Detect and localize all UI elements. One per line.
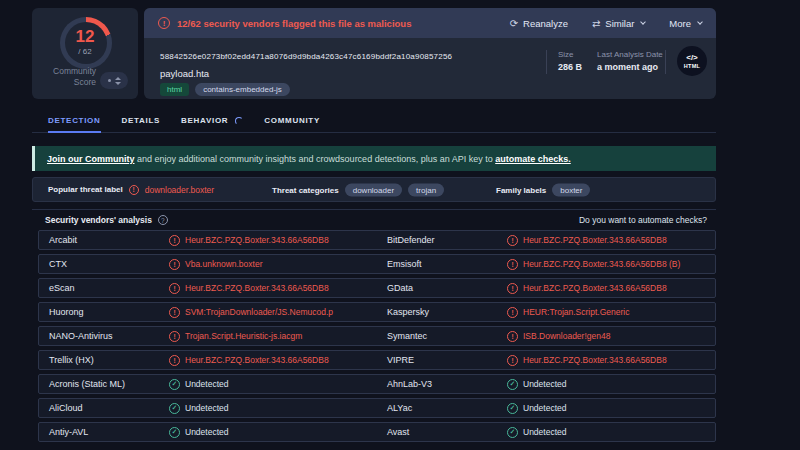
automate-checks-link[interactable]: automate checks. [495, 154, 571, 164]
result-text: Undetected [523, 403, 566, 413]
result-text: Heur.BZC.PZQ.Boxter.343.66A56DB8 [185, 283, 329, 293]
table-row: AliCloud✓UndetectedALYac✓Undetected [38, 398, 716, 418]
last-analysis-label: Last Analysis Date [597, 50, 663, 59]
tag-contains-embedded-js[interactable]: contains-embedded-js [195, 83, 290, 96]
threat-label-card: Popular threat label ! downloader.boxter… [32, 177, 716, 202]
alert-text: 12/62 security vendors flagged this file… [177, 18, 411, 29]
community-promo-banner: Join our Community and enjoy additional … [32, 146, 716, 171]
banner-text: and enjoy additional community insights … [135, 154, 496, 164]
family-pill[interactable]: boxter [552, 183, 590, 196]
result-text: Undetected [523, 379, 566, 389]
result-text: HEUR:Trojan.Script.Generic [523, 307, 629, 317]
vendor-name: Emsisoft [377, 259, 507, 269]
vendor-name: ALYac [377, 403, 507, 413]
vendor-name: GData [377, 283, 507, 293]
tab-community[interactable]: COMMUNITY [264, 112, 320, 133]
file-tags: html contains-embedded-js [160, 83, 290, 96]
result-text: Undetected [523, 427, 566, 437]
vendor-cell: Antiy-AVL✓Undetected [39, 423, 377, 441]
detection-alert-banner: ! 12/62 security vendors flagged this fi… [144, 8, 716, 38]
vendor-name: Kaspersky [377, 307, 507, 317]
join-community-link[interactable]: Join our Community [47, 154, 135, 164]
vendor-cell: eScan!Heur.BZC.PZQ.Boxter.343.66A56DB8 [39, 279, 377, 297]
vendor-name: BitDefender [377, 235, 507, 245]
vote-dot-icon [108, 79, 111, 82]
family-labels-label: Family labels [496, 185, 546, 194]
malicious-alert-icon: ! [169, 235, 180, 246]
vendor-cell: Arcabit!Heur.BZC.PZQ.Boxter.343.66A56DB8 [39, 231, 377, 249]
reanalyze-icon: ⟳ [510, 18, 518, 29]
malicious-alert-icon: ! [169, 307, 180, 318]
table-row: Acronis (Static ML)✓UndetectedAhnLab-V3✓… [38, 374, 716, 394]
detection-result: !SVM:TrojanDownloader/JS.Nemucod.p [169, 307, 333, 318]
virustotal-file-report: 12 / 62 Community Score ! 12/62 security… [0, 0, 800, 450]
automate-checks-prompt[interactable]: Do you want to automate checks? [579, 215, 707, 225]
detection-result: ✓Undetected [169, 403, 228, 414]
similar-button[interactable]: ⇄ Similar [592, 18, 645, 29]
filetype-badge: </> HTML [677, 46, 707, 76]
tab-behavior[interactable]: BEHAVIOR [181, 112, 243, 133]
result-text: Heur.BZC.PZQ.Boxter.343.66A56DB8 [523, 235, 667, 245]
community-score-label: Community Score [40, 66, 96, 88]
community-vote-widget[interactable] [100, 72, 128, 89]
detection-result: !Heur.BZC.PZQ.Boxter.343.66A56DB8 [507, 355, 667, 366]
popular-threat-value[interactable]: downloader.boxter [145, 185, 214, 195]
result-text: Heur.BZC.PZQ.Boxter.343.66A56DB8 [185, 355, 329, 365]
vendor-cell: NANO-Antivirus!Trojan.Script.Heuristic-j… [39, 327, 377, 345]
category-pill[interactable]: trojan [408, 183, 444, 196]
category-pill[interactable]: downloader [345, 183, 402, 196]
detection-result: !HEUR:Trojan.Script.Generic [507, 307, 629, 318]
detection-result: !Heur.BZC.PZQ.Boxter.343.66A56DB8 (B) [507, 259, 680, 270]
vendor-name: eScan [39, 283, 169, 293]
detection-result: !Heur.BZC.PZQ.Boxter.343.66A56DB8 [169, 355, 329, 366]
result-text: Heur.BZC.PZQ.Boxter.343.66A56DB8 (B) [523, 259, 680, 269]
last-analysis-value: a moment ago [597, 62, 663, 72]
undetected-check-icon: ✓ [507, 403, 518, 414]
result-text: Trojan.Script.Heuristic-js.iacgm [185, 331, 302, 341]
divider [665, 50, 666, 74]
vendor-cell: Acronis (Static ML)✓Undetected [39, 375, 377, 393]
vendor-name: AhnLab-V3 [377, 379, 507, 389]
popular-threat-label: Popular threat label [48, 185, 123, 194]
result-text: Undetected [185, 403, 228, 413]
malicious-alert-icon: ! [507, 283, 518, 294]
malicious-alert-icon: ! [169, 283, 180, 294]
tab-detection[interactable]: DETECTION [48, 112, 101, 133]
detection-result: !Vba.unknown.boxter [169, 259, 263, 270]
warning-circle-icon: ! [158, 17, 170, 29]
undetected-check-icon: ✓ [169, 427, 180, 438]
divider [546, 50, 547, 74]
tag-html[interactable]: html [160, 83, 189, 96]
popular-threat-label-group: Popular threat label ! downloader.boxter [48, 185, 214, 195]
malicious-alert-icon: ! [507, 331, 518, 342]
code-icon: </> [686, 54, 698, 62]
chevron-down-icon [697, 19, 703, 25]
malicious-alert-icon: ! [507, 355, 518, 366]
undetected-check-icon: ✓ [507, 379, 518, 390]
size-value: 286 B [558, 62, 582, 72]
reanalyze-button[interactable]: ⟳ Reanalyze [510, 18, 568, 29]
detection-result: !ISB.Downloader!gen48 [507, 331, 610, 342]
table-row: NANO-Antivirus!Trojan.Script.Heuristic-j… [38, 326, 716, 346]
file-hash[interactable]: 58842526e0273bf02edd471a8076d9d9bda4263c… [160, 52, 452, 61]
file-summary-card: ! 12/62 security vendors flagged this fi… [144, 8, 716, 99]
result-text: Undetected [185, 427, 228, 437]
vote-arrows-icon[interactable] [115, 77, 121, 85]
vendor-name: Avast [377, 427, 507, 437]
detection-result: !Trojan.Script.Heuristic-js.iacgm [169, 331, 302, 342]
undetected-check-icon: ✓ [507, 427, 518, 438]
size-label: Size [558, 50, 582, 59]
table-row: CTX!Vba.unknown.boxterEmsisoft!Heur.BZC.… [38, 254, 716, 274]
detection-result: !Heur.BZC.PZQ.Boxter.343.66A56DB8 [169, 283, 329, 294]
result-text: Undetected [185, 379, 228, 389]
result-text: Heur.BZC.PZQ.Boxter.343.66A56DB8 [523, 283, 667, 293]
similar-icon: ⇄ [592, 18, 600, 29]
report-tabs: DETECTION DETAILS BEHAVIOR COMMUNITY [32, 112, 716, 133]
vendor-cell: Trellix (HX)!Heur.BZC.PZQ.Boxter.343.66A… [39, 351, 377, 369]
result-text: Heur.BZC.PZQ.Boxter.343.66A56DB8 [523, 355, 667, 365]
help-icon[interactable]: ? [158, 215, 168, 225]
tab-details[interactable]: DETAILS [122, 112, 161, 133]
detection-result: ✓Undetected [169, 427, 228, 438]
detection-result: !Heur.BZC.PZQ.Boxter.343.66A56DB8 [507, 235, 667, 246]
more-button[interactable]: More [669, 18, 702, 29]
